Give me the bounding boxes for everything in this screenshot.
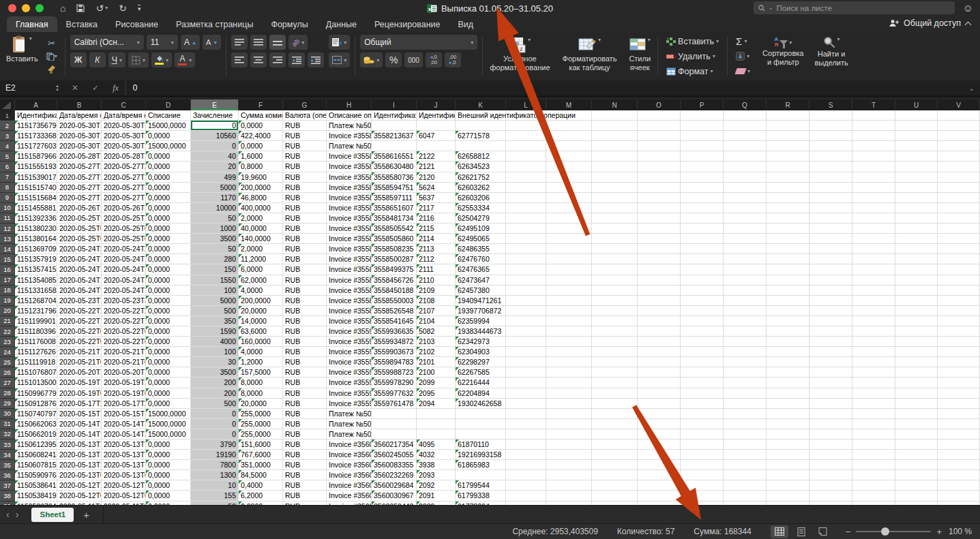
cell-E20[interactable]: 500 bbox=[191, 306, 239, 316]
cell-Q20[interactable] bbox=[724, 306, 767, 316]
cell-U12[interactable] bbox=[895, 224, 938, 234]
cell-J15[interactable]: 2112 bbox=[417, 254, 456, 264]
cell-R17[interactable] bbox=[767, 275, 810, 286]
cell-S8[interactable] bbox=[810, 183, 852, 193]
row-number-7[interactable]: 7 bbox=[0, 172, 15, 183]
cell-G38[interactable]: RUB bbox=[283, 491, 327, 501]
cell-V29[interactable] bbox=[938, 399, 980, 409]
cell-D28[interactable]: 0,0000 bbox=[146, 388, 191, 399]
cell-R15[interactable] bbox=[767, 254, 810, 264]
cell-B19[interactable]: 2020-05-23T1 bbox=[57, 296, 102, 306]
cell-R12[interactable] bbox=[767, 224, 810, 234]
cell-T33[interactable] bbox=[852, 440, 895, 450]
cell-R8[interactable] bbox=[767, 183, 810, 193]
cell-O27[interactable] bbox=[638, 378, 681, 388]
row-number-25[interactable]: 25 bbox=[0, 357, 15, 367]
cell-F19[interactable]: 200,0000 bbox=[239, 296, 283, 306]
cell-F33[interactable]: 151,6000 bbox=[239, 440, 283, 450]
row-number-31[interactable]: 31 bbox=[0, 419, 15, 429]
cell-K8[interactable]: 62603262 bbox=[456, 183, 506, 193]
cell-R38[interactable] bbox=[767, 491, 810, 501]
cell-A32[interactable]: 1150662019 bbox=[15, 429, 57, 440]
cell-H28[interactable]: Invoice #3559 bbox=[327, 388, 372, 399]
cell-I18[interactable]: 3558450188 bbox=[372, 286, 417, 296]
cell-O15[interactable] bbox=[638, 254, 681, 264]
cell-I24[interactable]: 3559903673 bbox=[372, 347, 417, 357]
cell-R11[interactable] bbox=[767, 213, 810, 224]
column-header-E[interactable]: E bbox=[191, 99, 239, 110]
formula-bar-expand-icon[interactable]: ⌄ bbox=[964, 84, 980, 92]
row-number-16[interactable]: 16 bbox=[0, 264, 15, 275]
cell-M27[interactable] bbox=[546, 378, 592, 388]
cell-O35[interactable] bbox=[638, 460, 681, 470]
cell-F11[interactable]: 2,0000 bbox=[239, 213, 283, 224]
redo-button[interactable]: ↻ bbox=[119, 3, 127, 13]
cell-S26[interactable] bbox=[810, 367, 852, 378]
cell-N13[interactable] bbox=[592, 234, 638, 244]
cell-K1[interactable]: Внешний идентификатор операции bbox=[456, 110, 506, 121]
cell-L24[interactable] bbox=[506, 347, 546, 357]
cell-T16[interactable] bbox=[852, 264, 895, 275]
cell-S33[interactable] bbox=[810, 440, 852, 450]
cell-U6[interactable] bbox=[895, 161, 938, 172]
cell-Q21[interactable] bbox=[724, 316, 767, 326]
cell-D17[interactable]: 0,0000 bbox=[146, 275, 191, 286]
cell-E1[interactable]: Зачисление bbox=[191, 110, 239, 121]
cell-H36[interactable]: Invoice #3560 bbox=[327, 470, 372, 480]
cell-K28[interactable]: 62204894 bbox=[456, 388, 506, 399]
cell-O23[interactable] bbox=[638, 337, 681, 347]
cell-H8[interactable]: Invoice #3558 bbox=[327, 183, 372, 193]
cell-U16[interactable] bbox=[895, 264, 938, 275]
cell-O29[interactable] bbox=[638, 399, 681, 409]
cell-F29[interactable]: 20,0000 bbox=[239, 399, 283, 409]
cell-D3[interactable]: 0,0000 bbox=[146, 131, 191, 141]
cell-C36[interactable]: 2020-05-13T0 bbox=[102, 470, 146, 480]
cell-T24[interactable] bbox=[852, 347, 895, 357]
cell-A26[interactable]: 1151076807 bbox=[15, 367, 57, 378]
cell-T29[interactable] bbox=[852, 399, 895, 409]
cell-E13[interactable]: 3500 bbox=[191, 234, 239, 244]
cell-L3[interactable] bbox=[506, 131, 546, 141]
cell-V1[interactable] bbox=[938, 110, 980, 121]
cell-O3[interactable] bbox=[638, 131, 681, 141]
cell-T18[interactable] bbox=[852, 286, 895, 296]
cell-Q4[interactable] bbox=[724, 141, 767, 151]
cell-M12[interactable] bbox=[546, 224, 592, 234]
cell-V6[interactable] bbox=[938, 161, 980, 172]
cell-D7[interactable]: 0,0000 bbox=[146, 172, 191, 183]
percent-format-button[interactable]: % bbox=[385, 52, 402, 67]
cell-A33[interactable]: 1150612395 bbox=[15, 440, 57, 450]
cell-O13[interactable] bbox=[638, 234, 681, 244]
cell-A27[interactable]: 1151013500 bbox=[15, 378, 57, 388]
cell-F26[interactable]: 157,5000 bbox=[239, 367, 283, 378]
row-number-18[interactable]: 18 bbox=[0, 286, 15, 296]
cell-M38[interactable] bbox=[546, 491, 592, 501]
cell-B26[interactable]: 2020-05-20T1 bbox=[57, 367, 102, 378]
cell-N4[interactable] bbox=[592, 141, 638, 151]
cell-Q11[interactable] bbox=[724, 213, 767, 224]
cell-J28[interactable]: 2095 bbox=[417, 388, 456, 399]
row-number-21[interactable]: 21 bbox=[0, 316, 15, 326]
cell-U5[interactable] bbox=[895, 151, 938, 161]
cell-B15[interactable]: 2020-05-24T1 bbox=[57, 254, 102, 264]
cell-J20[interactable]: 2107 bbox=[417, 306, 456, 316]
cell-O9[interactable] bbox=[638, 193, 681, 203]
column-header-D[interactable]: D bbox=[146, 99, 191, 110]
cell-A20[interactable]: 1151231796 bbox=[15, 306, 57, 316]
cell-C31[interactable]: 2020-05-14T1 bbox=[102, 419, 146, 429]
cell-M23[interactable] bbox=[546, 337, 592, 347]
cell-J6[interactable]: 2121 bbox=[417, 161, 456, 172]
cell-T15[interactable] bbox=[852, 254, 895, 264]
cell-P10[interactable] bbox=[681, 203, 724, 213]
cell-V14[interactable] bbox=[938, 244, 980, 254]
cell-K7[interactable]: 62621752 bbox=[456, 172, 506, 183]
cell-A35[interactable]: 1150607815 bbox=[15, 460, 57, 470]
cancel-entry-icon[interactable]: ✕ bbox=[65, 83, 85, 93]
cell-O1[interactable] bbox=[638, 110, 681, 121]
cell-P11[interactable] bbox=[681, 213, 724, 224]
cell-G18[interactable]: RUB bbox=[283, 286, 327, 296]
cell-G4[interactable]: RUB bbox=[283, 141, 327, 151]
cell-T27[interactable] bbox=[852, 378, 895, 388]
cell-B17[interactable]: 2020-05-24T1 bbox=[57, 275, 102, 286]
cell-R28[interactable] bbox=[767, 388, 810, 399]
